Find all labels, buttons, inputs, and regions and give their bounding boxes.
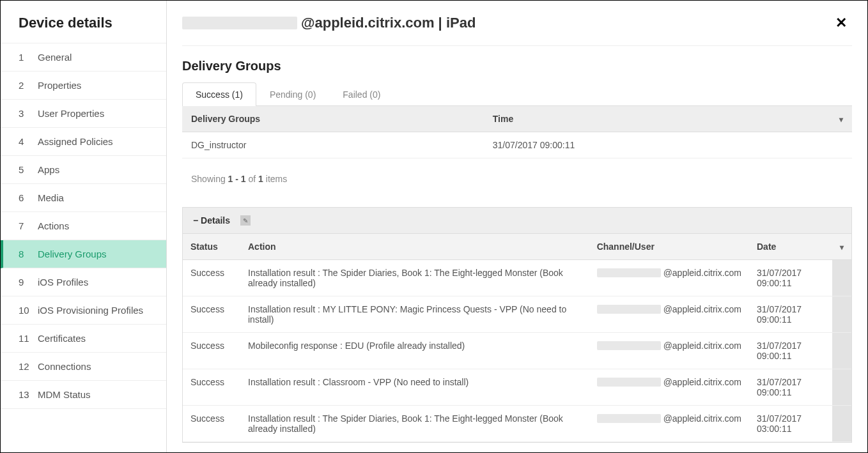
sidebar-item-number: 1 [19, 52, 30, 63]
sidebar-item-media[interactable]: 6Media [1, 184, 166, 212]
sidebar-item-connections[interactable]: 12Connections [1, 353, 166, 381]
chevron-down-icon: ▾ [839, 115, 843, 124]
sidebar-item-label: Media [38, 192, 64, 203]
close-icon: ✕ [835, 15, 847, 31]
cell-status: Success [183, 333, 240, 369]
sidebar-item-assigned-policies[interactable]: 4Assigned Policies [1, 128, 166, 156]
cell-action: Mobileconfig response : EDU (Profile alr… [240, 333, 589, 369]
cell-action: Installation result : The Spider Diaries… [240, 406, 589, 442]
sidebar-item-general[interactable]: 1General [1, 43, 166, 72]
table-row[interactable]: SuccessInstallation result : The Spider … [183, 406, 851, 442]
cell-date: 31/07/2017 09:00:11 [749, 333, 832, 369]
sidebar-item-label: Delivery Groups [38, 249, 107, 259]
redacted-user [597, 341, 661, 350]
cell-user: @appleid.citrix.com [589, 333, 749, 369]
pagination-range: 1 - 1 [228, 174, 246, 184]
cell-group: DG_instructor [182, 132, 484, 158]
tabs: Success (1)Pending (0)Failed (0) [182, 82, 852, 106]
table-row[interactable]: SuccessInstallation result : Classroom -… [183, 369, 851, 406]
sidebar-item-apps[interactable]: 5Apps [1, 156, 166, 184]
sidebar-item-certificates[interactable]: 11Certificates [1, 325, 166, 353]
sidebar-item-number: 5 [19, 164, 30, 175]
cell-user: @appleid.citrix.com [589, 296, 749, 333]
cell-spacer [832, 406, 851, 442]
section-title: Delivery Groups [182, 59, 852, 73]
cell-user: @appleid.citrix.com [589, 406, 749, 442]
pagination-mid: of [246, 174, 258, 184]
sidebar-item-label: Actions [38, 220, 69, 231]
page-title: @appleid.citrix.com | iPad [182, 15, 476, 31]
cell-status: Success [183, 260, 240, 296]
cell-date: 31/07/2017 03:00:11 [749, 406, 832, 442]
edit-icon[interactable]: ✎ [240, 215, 251, 226]
cell-date: 31/07/2017 09:00:11 [749, 296, 832, 333]
sidebar-title: Device details [1, 1, 166, 43]
page-header: @appleid.citrix.com | iPad ✕ [182, 1, 852, 46]
cell-user: @appleid.citrix.com [589, 260, 749, 296]
redacted-user [597, 378, 661, 387]
expand-toggle[interactable]: ▾ [830, 106, 852, 132]
pagination-prefix: Showing [191, 174, 228, 184]
col-user: Channel/User [589, 234, 749, 260]
table-row[interactable]: SuccessMobileconfig response : EDU (Prof… [183, 333, 851, 369]
cell-time: 31/07/2017 09:00:11 [484, 132, 830, 158]
table-row[interactable]: SuccessInstallation result : MY LITTLE P… [183, 296, 851, 333]
sidebar-item-number: 2 [19, 80, 30, 91]
sidebar-item-user-properties[interactable]: 3User Properties [1, 100, 166, 128]
close-button[interactable]: ✕ [830, 12, 852, 34]
sidebar-item-number: 11 [19, 333, 30, 344]
sidebar-item-number: 4 [19, 136, 30, 147]
cell-status: Success [183, 406, 240, 442]
cell-spacer [832, 333, 851, 369]
cell-date: 31/07/2017 09:00:11 [749, 369, 832, 406]
col-action: Action [240, 234, 589, 260]
details-header: − Details ✎ [183, 208, 851, 234]
sidebar-item-ios-provisioning-profiles[interactable]: 10iOS Provisioning Profiles [1, 296, 166, 325]
cell-spacer [830, 132, 852, 158]
chevron-down-icon: ▾ [840, 243, 844, 252]
delivery-groups-table: Delivery Groups Time ▾ DG_instructor31/0… [182, 106, 852, 158]
sidebar-item-delivery-groups[interactable]: 8Delivery Groups [1, 240, 166, 268]
col-date: Date [749, 234, 832, 260]
cell-spacer [832, 260, 851, 296]
cell-status: Success [183, 296, 240, 333]
details-collapse-toggle[interactable]: − Details [193, 215, 230, 226]
details-panel: − Details ✎ Status Action Channel/User D… [182, 207, 852, 443]
sidebar-item-actions[interactable]: 7Actions [1, 212, 166, 240]
tab-pending[interactable]: Pending (0) [256, 82, 329, 106]
sidebar-item-label: iOS Profiles [38, 277, 88, 288]
main-content: @appleid.citrix.com | iPad ✕ Delivery Gr… [167, 1, 867, 452]
sidebar-item-mdm-status[interactable]: 13MDM Status [1, 381, 166, 409]
pagination-suffix: items [263, 174, 287, 184]
details-table: Status Action Channel/User Date ▾ Succes… [183, 234, 851, 442]
pagination-total: 1 [258, 174, 263, 184]
col-status: Status [183, 234, 240, 260]
cell-date: 31/07/2017 09:00:11 [749, 260, 832, 296]
sidebar-item-label: MDM Status [38, 389, 91, 400]
sidebar-item-label: Assigned Policies [38, 136, 113, 147]
table-row[interactable]: SuccessInstallation result : The Spider … [183, 260, 851, 296]
table-row[interactable]: DG_instructor31/07/2017 09:00:11 [182, 132, 852, 158]
sidebar-item-label: Apps [38, 164, 59, 175]
sidebar-item-number: 10 [19, 305, 30, 316]
sidebar-item-label: Connections [38, 361, 91, 372]
cell-status: Success [183, 369, 240, 406]
cell-user: @appleid.citrix.com [589, 369, 749, 406]
sidebar-item-number: 7 [19, 220, 30, 231]
sidebar-item-label: General [38, 52, 72, 63]
col-delivery-groups: Delivery Groups [182, 106, 484, 132]
sidebar-item-number: 9 [19, 277, 30, 288]
page-title-suffix: @appleid.citrix.com | iPad [301, 15, 476, 31]
col-time: Time [484, 106, 830, 132]
sidebar-item-label: iOS Provisioning Profiles [38, 305, 143, 316]
tab-success[interactable]: Success (1) [182, 82, 256, 106]
sidebar-item-properties[interactable]: 2Properties [1, 72, 166, 100]
sidebar-item-number: 13 [19, 389, 30, 400]
sidebar-item-label: User Properties [38, 108, 104, 119]
sidebar-item-number: 8 [19, 249, 30, 259]
cell-action: Installation result : MY LITTLE PONY: Ma… [240, 296, 589, 333]
details-expand-toggle[interactable]: ▾ [832, 234, 851, 260]
redacted-user [597, 305, 661, 314]
tab-failed[interactable]: Failed (0) [329, 82, 394, 106]
sidebar-item-ios-profiles[interactable]: 9iOS Profiles [1, 268, 166, 296]
